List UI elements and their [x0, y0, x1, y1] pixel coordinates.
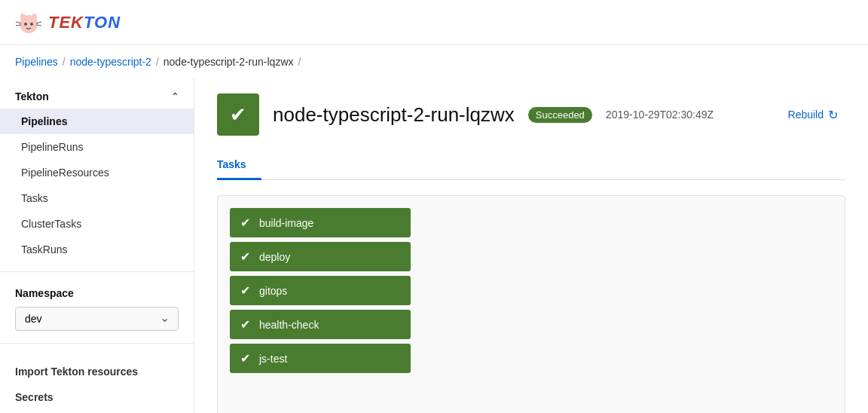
sidebar-section-title: Tekton: [15, 90, 49, 102]
rebuild-button[interactable]: Rebuild ↻: [781, 103, 845, 127]
task-label-0: build-image: [259, 217, 313, 229]
sidebar-item-clustertasks[interactable]: ClusterTasks: [0, 211, 194, 237]
sidebar-item-taskruns[interactable]: TaskRuns: [0, 237, 194, 262]
tekton-logo-icon: [15, 9, 42, 36]
task-label-4: js-test: [259, 353, 287, 365]
sidebar-divider-2: [0, 343, 194, 344]
task-check-icon-1: ✔: [240, 249, 250, 264]
sidebar-section-header: Tekton ⌃: [0, 78, 194, 109]
task-check-icon-2: ✔: [240, 283, 250, 298]
task-item-health-check[interactable]: ✔ health-check: [230, 310, 411, 339]
run-status-checkmark-icon: ✔: [230, 103, 246, 127]
main-content: ✔ node-typescript-2-run-lqzwx Succeeded …: [194, 78, 868, 413]
tab-tasks[interactable]: Tasks: [217, 151, 261, 180]
task-item-js-test[interactable]: ✔ js-test: [230, 344, 411, 373]
task-check-icon-4: ✔: [240, 351, 250, 366]
run-status-badge: Succeeded: [528, 107, 592, 123]
breadcrumb: Pipelines / node-typescript-2 / node-typ…: [0, 45, 868, 78]
sidebar-item-pipelineruns[interactable]: PipelineRuns: [0, 134, 194, 160]
sidebar-item-secrets[interactable]: Secrets: [0, 384, 194, 410]
task-label-2: gitops: [259, 285, 287, 297]
tabs-bar: Tasks: [217, 151, 845, 180]
task-check-icon-3: ✔: [240, 317, 250, 332]
sidebar-footer: Import Tekton resources Secrets Webhooks: [0, 353, 194, 413]
namespace-label: Namespace: [0, 281, 194, 302]
rebuild-icon: ↻: [828, 108, 838, 122]
sidebar: Tekton ⌃ Pipelines PipelineRuns Pipeline…: [0, 78, 194, 413]
sidebar-item-webhooks[interactable]: Webhooks: [0, 410, 194, 413]
sidebar-item-pipelineresources[interactable]: PipelineResources: [0, 160, 194, 185]
task-item-build-image[interactable]: ✔ build-image: [230, 208, 411, 237]
task-label-1: deploy: [259, 251, 290, 263]
logo: TEKTON: [15, 9, 121, 36]
task-check-icon-0: ✔: [240, 216, 250, 230]
sidebar-collapse-icon[interactable]: ⌃: [171, 91, 179, 102]
breadcrumb-sep-3: /: [298, 56, 301, 68]
task-item-gitops[interactable]: ✔ gitops: [230, 276, 411, 305]
svg-point-3: [24, 23, 27, 26]
namespace-select[interactable]: dev default production: [15, 307, 179, 331]
sidebar-divider: [0, 271, 194, 272]
breadcrumb-pipelines[interactable]: Pipelines: [15, 56, 58, 68]
rebuild-label: Rebuild: [788, 109, 824, 121]
run-status-box: ✔: [217, 93, 259, 136]
app-header: TEKTON: [0, 0, 868, 45]
sidebar-item-tasks[interactable]: Tasks: [0, 185, 194, 211]
svg-point-4: [30, 23, 33, 26]
breadcrumb-current: node-typescript-2-run-lqzwx: [164, 56, 294, 68]
logo-text: TEKTON: [48, 13, 121, 32]
main-layout: Tekton ⌃ Pipelines PipelineRuns Pipeline…: [0, 78, 868, 413]
task-label-3: health-check: [259, 319, 319, 331]
namespace-select-wrap: dev default production: [15, 307, 179, 331]
run-title: node-typescript-2-run-lqzwx: [273, 103, 515, 127]
task-item-deploy[interactable]: ✔ deploy: [230, 242, 411, 271]
sidebar-item-pipelines[interactable]: Pipelines: [0, 109, 194, 134]
sidebar-item-import[interactable]: Import Tekton resources: [0, 359, 194, 384]
breadcrumb-pipeline[interactable]: node-typescript-2: [70, 56, 151, 68]
breadcrumb-sep-1: /: [63, 56, 66, 68]
breadcrumb-sep-2: /: [156, 56, 159, 68]
tasks-container: ✔ build-image ✔ deploy ✔ gitops ✔ health…: [217, 195, 845, 413]
run-timestamp: 2019-10-29T02:30:49Z: [606, 109, 714, 121]
run-header: ✔ node-typescript-2-run-lqzwx Succeeded …: [217, 93, 845, 136]
